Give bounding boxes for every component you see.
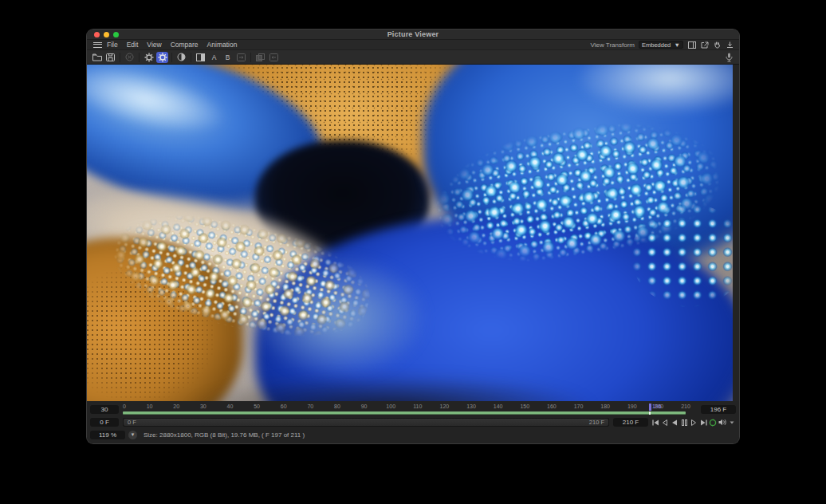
view-transform-label: View Transform <box>591 41 635 49</box>
menu-item-edit[interactable]: Edit <box>127 41 139 49</box>
traffic-lights <box>94 32 119 37</box>
ruler-tick-60: 60 <box>281 404 287 409</box>
ruler-tick-210: 210 <box>681 404 690 409</box>
ruler-tick-40: 40 <box>227 404 234 409</box>
window-title: Picture Viewer <box>387 30 439 38</box>
playhead-frame-label: 196 <box>652 404 662 409</box>
minimize-button[interactable] <box>104 32 109 37</box>
gear-selected-icon[interactable] <box>156 52 168 63</box>
zoom-button[interactable] <box>113 32 119 37</box>
loop-icon[interactable] <box>709 418 717 427</box>
ruler-tick-20: 20 <box>173 404 179 409</box>
step-backward-icon[interactable] <box>661 418 669 427</box>
timeline-ruler-labels: 0102030405060708090100110120130140150160… <box>123 404 686 411</box>
range-min-box[interactable]: 0 F <box>90 418 119 427</box>
playhead-cache-marker <box>649 411 651 415</box>
toolbar-separator <box>191 53 191 62</box>
viewport-area <box>87 65 739 411</box>
range-start-label: 0 F <box>128 419 136 426</box>
ruler-tick-80: 80 <box>334 404 340 409</box>
gear-icon[interactable] <box>143 52 155 63</box>
chevron-down-icon: ▼ <box>675 41 680 49</box>
copy-disabled-icon[interactable] <box>254 52 266 63</box>
toolbar-separator <box>171 53 172 62</box>
transport-options-icon[interactable] <box>728 418 736 427</box>
sound-icon[interactable] <box>718 418 726 427</box>
goto-end-icon[interactable] <box>699 418 707 427</box>
contrast-icon[interactable] <box>175 52 187 63</box>
toolbar-separator <box>120 53 120 62</box>
status-info-text: Size: 2880x1800, RGB (8 Bit), 19.76 MB, … <box>144 431 305 439</box>
menu-item-file[interactable]: File <box>107 41 118 49</box>
b-button[interactable]: B <box>222 52 234 63</box>
ruler-tick-30: 30 <box>200 404 206 409</box>
range-end-label: 210 F <box>589 419 604 426</box>
viewport-right-gutter <box>733 65 739 411</box>
menu-bar: FileEditViewCompareAnimation View Transf… <box>87 40 739 50</box>
cache-bar <box>123 411 686 415</box>
zoom-dropdown-button[interactable]: ▼ <box>128 431 137 439</box>
cancel-circle-icon[interactable] <box>124 52 136 63</box>
ruler-tick-120: 120 <box>440 404 450 409</box>
ruler-tick-0: 0 <box>123 404 126 409</box>
ruler-tick-140: 140 <box>494 404 503 409</box>
menu-item-view[interactable]: View <box>147 41 161 49</box>
ruler-tick-130: 130 <box>466 404 476 409</box>
ruler-tick-90: 90 <box>361 404 368 409</box>
timeline-ruler[interactable]: 0102030405060708090100110120130140150160… <box>123 404 697 416</box>
ruler-tick-70: 70 <box>307 404 313 409</box>
ruler-tick-10: 10 <box>147 404 153 409</box>
close-button[interactable] <box>94 32 100 37</box>
ruler-tick-150: 150 <box>520 404 529 409</box>
toolbar-separator <box>139 53 140 62</box>
toolbar: A B <box>87 50 739 65</box>
hamburger-icon[interactable] <box>93 42 102 48</box>
swap-disabled-icon[interactable] <box>235 52 247 63</box>
transport-controls <box>651 418 736 427</box>
ruler-tick-110: 110 <box>413 404 422 409</box>
save-icon[interactable] <box>104 52 116 63</box>
ruler-tick-190: 190 <box>627 404 637 409</box>
frame-range-fill[interactable]: 0 F 210 F <box>124 419 608 426</box>
timeline-panel: 30 0102030405060708090100110120130140150… <box>87 401 739 443</box>
download-icon[interactable] <box>726 41 734 49</box>
export-icon[interactable] <box>700 41 709 49</box>
title-bar[interactable]: Picture Viewer <box>87 30 739 40</box>
paste-disabled-icon[interactable] <box>268 52 280 63</box>
play-reverse-icon[interactable] <box>671 418 678 427</box>
menu-item-compare[interactable]: Compare <box>171 41 199 49</box>
a-button[interactable]: A <box>208 52 220 63</box>
open-folder-icon[interactable] <box>91 52 103 63</box>
range-max-box[interactable]: 210 F <box>613 418 648 427</box>
microphone-icon[interactable] <box>723 52 735 63</box>
fps-box[interactable]: 30 <box>90 405 119 414</box>
pause-icon[interactable] <box>680 418 688 427</box>
panel-icon[interactable] <box>687 41 696 49</box>
current-frame-box[interactable]: 196 F <box>701 405 736 414</box>
ruler-tick-50: 50 <box>254 404 260 409</box>
ruler-tick-170: 170 <box>574 404 584 409</box>
picture-viewer-window: Picture Viewer FileEditViewCompareAnimat… <box>86 29 740 444</box>
view-transform-value: Embedded <box>642 41 671 49</box>
menu-item-animation[interactable]: Animation <box>207 41 238 49</box>
zoom-level-box[interactable]: 119 % <box>90 431 125 439</box>
image-viewport[interactable] <box>87 65 734 411</box>
hand-icon[interactable] <box>713 41 722 49</box>
ruler-tick-100: 100 <box>386 404 395 409</box>
menubar-items: FileEditViewCompareAnimation <box>107 41 246 49</box>
frame-range-slider[interactable]: 0 F 210 F <box>123 418 609 427</box>
step-forward-icon[interactable] <box>690 418 698 427</box>
view-transform-select[interactable]: Embedded ▼ <box>639 41 683 49</box>
ruler-tick-180: 180 <box>600 404 610 409</box>
ruler-tick-160: 160 <box>547 404 557 409</box>
playhead[interactable]: 196 <box>649 404 651 411</box>
ab-split-icon[interactable] <box>195 52 206 63</box>
toolbar-separator <box>250 53 251 62</box>
goto-start-icon[interactable] <box>651 418 659 427</box>
